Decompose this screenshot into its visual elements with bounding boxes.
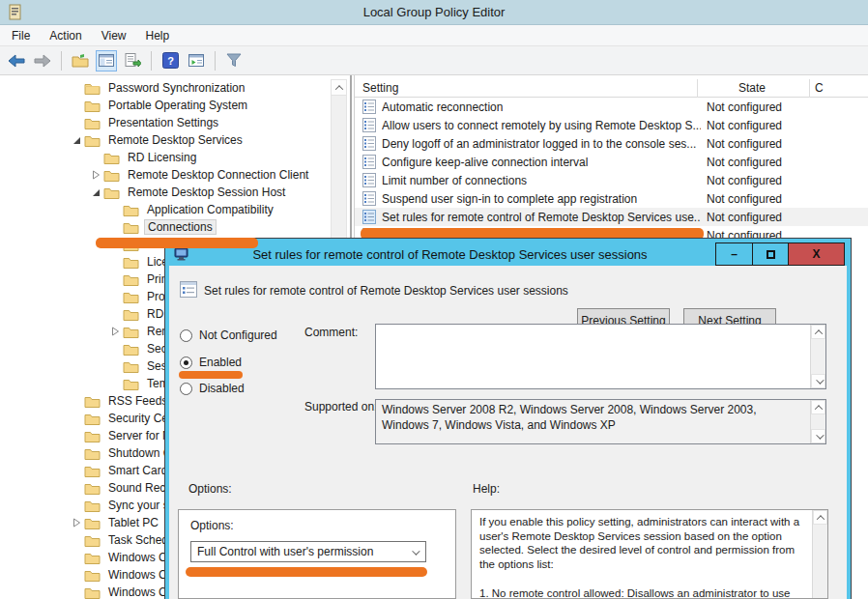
collapsed-arrow-icon[interactable] bbox=[107, 327, 123, 336]
tree-item-printer[interactable]: Print bbox=[0, 271, 174, 288]
supported-scrollbar[interactable] bbox=[810, 400, 825, 443]
tree-item-remote-desktop-services[interactable]: Remote Desktop Services bbox=[0, 131, 246, 149]
tree-item-remote-session[interactable]: Rem bbox=[0, 323, 174, 340]
column-separator bbox=[697, 79, 698, 98]
collapsed-arrow-icon[interactable] bbox=[88, 170, 103, 180]
expanded-arrow-icon[interactable] bbox=[88, 188, 103, 197]
tree-item-session-time[interactable]: Sessi bbox=[0, 357, 178, 375]
tree-item-rd-licensing[interactable]: RD Licensing bbox=[0, 149, 199, 166]
tree-item-windows-calendar[interactable]: Windows Ca bbox=[0, 549, 176, 566]
filter-icon[interactable] bbox=[223, 50, 245, 71]
highlight-marker-tree-item bbox=[96, 238, 258, 248]
setting-row[interactable]: Deny logoff of an administrator logged i… bbox=[355, 134, 868, 153]
policy-setting-icon bbox=[362, 155, 376, 169]
comment-textarea[interactable] bbox=[375, 324, 826, 389]
tree-item-remote-desktop-connection-client[interactable]: Remote Desktop Connection Client bbox=[0, 166, 311, 184]
back-arrow-icon[interactable] bbox=[6, 50, 27, 71]
window-titlebar: Local Group Policy Editor bbox=[0, 0, 868, 25]
tree-item-remote-desktop-session-host[interactable]: Remote Desktop Session Host bbox=[0, 184, 288, 201]
tree-item-rss-feeds[interactable]: RSS Feeds bbox=[0, 392, 170, 410]
setting-row[interactable]: Suspend user sign-in to complete app reg… bbox=[355, 189, 868, 208]
radio-not-configured[interactable]: Not Configured bbox=[180, 328, 277, 342]
supported-on-label: Supported on: bbox=[304, 400, 377, 414]
console-tree-toggle-icon[interactable] bbox=[96, 50, 117, 71]
close-button[interactable]: X bbox=[788, 243, 844, 265]
maximize-button[interactable] bbox=[752, 243, 788, 265]
column-header-state[interactable]: State bbox=[699, 81, 805, 95]
policy-dialog: Set rules for remote control of Remote D… bbox=[165, 239, 851, 599]
window-title: Local Group Policy Editor bbox=[0, 5, 868, 19]
tree-item-smart-card[interactable]: Smart Card bbox=[0, 462, 170, 479]
scroll-up-icon[interactable] bbox=[811, 325, 825, 339]
column-header-setting[interactable]: Setting bbox=[362, 81, 398, 95]
menu-file[interactable]: File bbox=[12, 29, 30, 43]
chevron-down-icon bbox=[412, 545, 418, 558]
policy-setting-icon bbox=[362, 118, 376, 132]
column-header-comment[interactable]: C bbox=[815, 81, 824, 95]
tree-item-temporary[interactable]: Temp bbox=[0, 375, 178, 392]
tree-item-connections[interactable]: Connections bbox=[0, 218, 217, 236]
minimize-button[interactable]: – bbox=[716, 243, 752, 265]
collapsed-arrow-icon[interactable] bbox=[69, 518, 84, 528]
help-section-label: Help: bbox=[473, 482, 500, 496]
tree-item-presentation-settings[interactable]: Presentation Settings bbox=[0, 114, 221, 131]
dialog-title: Set rules for remote control of Remote D… bbox=[169, 247, 731, 262]
help-text: If you enable this policy setting, admin… bbox=[479, 515, 806, 599]
tree-item-sound-recording[interactable]: Sound Reco bbox=[0, 479, 175, 497]
dialog-body: Set rules for remote control of Remote D… bbox=[169, 266, 847, 599]
help-scrollbar[interactable] bbox=[812, 510, 827, 598]
menu-action[interactable]: Action bbox=[49, 29, 81, 43]
tree-item-task-scheduler[interactable]: Task Schedu bbox=[0, 531, 178, 549]
scroll-up-icon[interactable] bbox=[811, 400, 825, 414]
comment-scrollbar[interactable] bbox=[810, 325, 825, 388]
radio-circle-icon bbox=[180, 329, 192, 342]
tree-item-shutdown-options[interactable]: Shutdown O bbox=[0, 444, 175, 462]
scroll-up-icon[interactable] bbox=[813, 510, 827, 525]
help-icon[interactable]: ? bbox=[159, 50, 181, 71]
scroll-down-icon[interactable] bbox=[811, 374, 825, 388]
menu-view[interactable]: View bbox=[101, 29, 127, 43]
toolbar-separator bbox=[61, 51, 62, 71]
tree-item-password-synchronization[interactable]: Password Synchronization bbox=[0, 79, 247, 97]
setting-row[interactable]: Allow users to connect remotely by using… bbox=[355, 116, 868, 134]
expanded-arrow-icon[interactable] bbox=[69, 136, 84, 145]
policy-setting-icon bbox=[362, 173, 376, 187]
menu-help[interactable]: Help bbox=[146, 29, 170, 43]
tree-item-rd-connection[interactable]: RD C bbox=[0, 305, 178, 323]
radio-disabled[interactable]: Disabled bbox=[180, 382, 245, 395]
tree-item-licensing[interactable]: Licen bbox=[0, 253, 178, 271]
window-controls: – X bbox=[715, 242, 845, 266]
add-folder-icon[interactable] bbox=[70, 50, 91, 71]
policy-setting-icon bbox=[362, 191, 376, 206]
tree-item-security-center[interactable]: Security Cen bbox=[0, 410, 178, 427]
tree-item-application-compatibility[interactable]: Application Compatibility bbox=[0, 201, 276, 218]
options-section-label: Options: bbox=[188, 482, 232, 496]
setting-row[interactable]: Automatic reconnectionNot configured bbox=[355, 98, 868, 116]
tree-item-server-for-nis[interactable]: Server for NI bbox=[0, 427, 177, 444]
svg-text:?: ? bbox=[167, 55, 174, 67]
setting-row-selected[interactable]: Set rules for remote control of Remote D… bbox=[355, 208, 868, 226]
forward-arrow-icon[interactable] bbox=[32, 50, 53, 71]
setting-row[interactable]: Limit number of connectionsNot configure… bbox=[355, 171, 868, 189]
tree-item-windows-color[interactable]: Windows Co bbox=[0, 566, 176, 584]
tree-item-security[interactable]: Secu bbox=[0, 340, 176, 357]
scroll-up-icon[interactable] bbox=[332, 80, 346, 96]
setting-row[interactable]: Configure keep-alive connection interval… bbox=[355, 153, 868, 171]
tree-item-windows-customer[interactable]: Windows Cu bbox=[0, 584, 176, 599]
toolbar: ? bbox=[0, 46, 868, 75]
show-window-icon[interactable] bbox=[186, 50, 207, 71]
dialog-titlebar: Set rules for remote control of Remote D… bbox=[169, 242, 847, 266]
list-header: Setting State C bbox=[355, 79, 868, 98]
options-inner-label: Options: bbox=[190, 519, 234, 532]
tree-item-tablet-pc[interactable]: Tablet PC bbox=[0, 514, 161, 531]
tree-item-sync-settings[interactable]: Sync your se bbox=[0, 497, 178, 514]
toolbar-separator bbox=[215, 51, 216, 71]
tree-item-portable-operating-system[interactable]: Portable Operating System bbox=[0, 97, 250, 114]
scroll-down-icon[interactable] bbox=[811, 429, 825, 443]
help-panel: If you enable this policy setting, admin… bbox=[471, 509, 828, 599]
remote-control-dropdown[interactable]: Full Control with user's permission bbox=[190, 541, 426, 562]
tree-item-profiles[interactable]: Profi bbox=[0, 288, 174, 305]
export-list-icon[interactable] bbox=[122, 50, 143, 71]
menu-bar: File Action View Help bbox=[0, 25, 868, 46]
radio-enabled[interactable]: Enabled bbox=[180, 356, 242, 369]
